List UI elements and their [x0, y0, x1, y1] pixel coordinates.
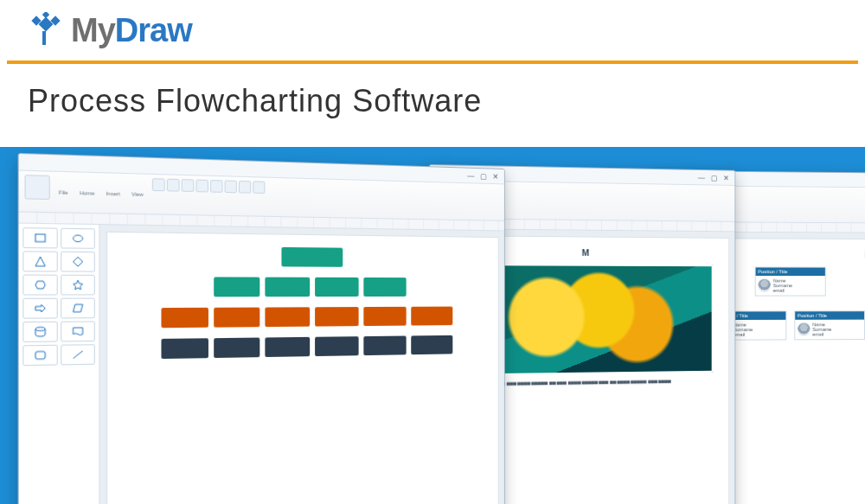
window-max-icon[interactable]: ▢: [710, 174, 718, 182]
shape-triangle-icon[interactable]: [22, 251, 57, 271]
orgchart-diagram: [120, 246, 487, 504]
work-area: [19, 224, 504, 504]
org-node[interactable]: [315, 336, 359, 356]
svg-rect-4: [42, 12, 49, 18]
org-node[interactable]: [214, 277, 260, 297]
shape-diamond-icon[interactable]: [61, 252, 95, 272]
org-node[interactable]: [214, 338, 260, 359]
svg-marker-8: [74, 257, 83, 266]
org-card[interactable]: Position / Title Name Surname email: [755, 267, 826, 297]
drawing-canvas[interactable]: [107, 233, 498, 504]
svg-rect-1: [39, 17, 54, 32]
svg-point-13: [35, 327, 45, 330]
org-node[interactable]: [363, 278, 406, 297]
window-close-icon[interactable]: ✕: [722, 174, 730, 182]
svg-point-6: [74, 235, 83, 242]
brand-prefix: My: [71, 12, 115, 48]
org-node[interactable]: [265, 278, 310, 297]
org-node[interactable]: [265, 337, 310, 357]
brand-suffix: Draw: [115, 12, 192, 48]
window-close-icon[interactable]: ✕: [492, 172, 500, 181]
svg-marker-9: [35, 281, 45, 289]
avatar-icon: [798, 323, 811, 336]
brand-text: MyDraw: [71, 12, 192, 49]
logo: MyDraw: [28, 12, 192, 49]
org-node[interactable]: [363, 335, 406, 355]
ribbon-tab[interactable]: File: [56, 189, 71, 195]
svg-marker-7: [35, 257, 45, 266]
org-node[interactable]: [315, 307, 359, 327]
svg-rect-5: [35, 234, 45, 242]
ribbon-button[interactable]: [151, 178, 164, 191]
svg-marker-10: [74, 280, 83, 290]
svg-rect-14: [35, 352, 45, 360]
ribbon-tab[interactable]: Home: [77, 189, 98, 195]
header: MyDraw: [0, 0, 865, 61]
svg-rect-0: [42, 31, 46, 45]
org-node[interactable]: [161, 308, 208, 328]
org-node[interactable]: [265, 307, 310, 327]
window-min-icon[interactable]: —: [467, 171, 475, 180]
org-node[interactable]: [214, 308, 260, 328]
hero-stage: — ▢ ✕ File Home Insert View: [0, 147, 865, 504]
org-card[interactable]: Position / Title Name Surname email: [794, 310, 864, 340]
shape-parallelogram-icon[interactable]: [61, 298, 95, 319]
svg-marker-12: [74, 304, 83, 312]
shapes-panel: [19, 224, 100, 504]
ribbon-button[interactable]: [25, 175, 50, 200]
ribbon-button[interactable]: [181, 179, 194, 192]
ribbon-tab[interactable]: Insert: [103, 190, 123, 196]
shape-doc-icon[interactable]: [61, 321, 95, 341]
org-node[interactable]: [411, 307, 452, 326]
org-node[interactable]: [315, 278, 359, 297]
app-window-orgchart: — ▢ ✕ File Home Insert View: [18, 153, 505, 504]
ribbon-button[interactable]: [166, 179, 179, 192]
window-max-icon[interactable]: ▢: [479, 172, 487, 181]
org-node[interactable]: [411, 335, 452, 354]
window-min-icon[interactable]: —: [697, 173, 705, 182]
org-card-title: Position / Title: [795, 311, 864, 320]
shape-arrow-icon[interactable]: [22, 298, 57, 319]
ribbon-button[interactable]: [210, 180, 222, 193]
shape-star-icon[interactable]: [61, 275, 95, 296]
svg-line-15: [74, 351, 83, 359]
shape-line-icon[interactable]: [61, 344, 95, 365]
ribbon-tab[interactable]: View: [129, 191, 146, 197]
svg-marker-11: [35, 304, 45, 312]
shape-hex-icon[interactable]: [22, 275, 57, 296]
org-card-email: email: [734, 332, 753, 337]
shape-ellipse-icon[interactable]: [61, 228, 95, 249]
org-card-email: email: [773, 288, 792, 293]
ribbon-button[interactable]: [239, 181, 251, 194]
org-card-email: email: [812, 332, 831, 337]
org-node[interactable]: [281, 247, 343, 267]
avatar-icon: [758, 279, 771, 292]
shape-cyl-icon[interactable]: [22, 322, 57, 342]
ribbon-button[interactable]: [224, 180, 236, 193]
shape-roundrect-icon[interactable]: [22, 345, 57, 367]
org-card-title: Position / Title: [756, 268, 825, 277]
org-node[interactable]: [363, 307, 406, 326]
ribbon-button[interactable]: [253, 181, 265, 194]
tagline: Process Flowcharting Software: [0, 64, 865, 144]
logo-icon: [28, 12, 64, 48]
org-node[interactable]: [161, 338, 208, 359]
shape-rect-icon[interactable]: [22, 227, 57, 248]
ribbon-button[interactable]: [195, 180, 208, 193]
